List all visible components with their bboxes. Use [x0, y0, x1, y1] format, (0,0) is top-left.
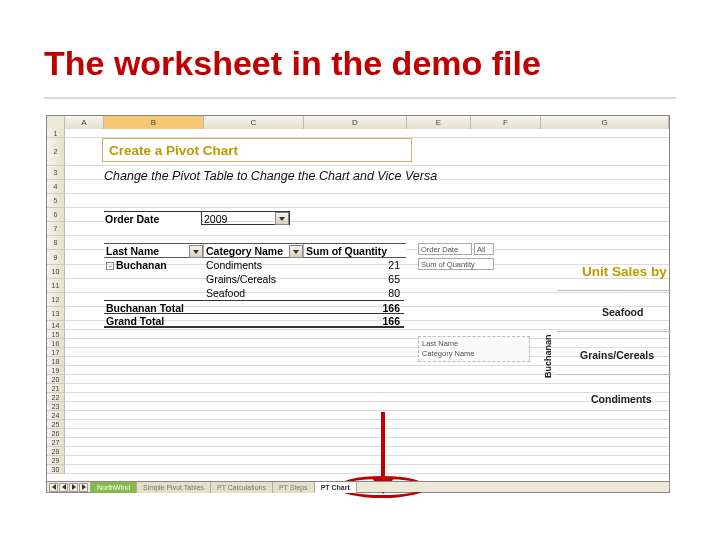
row-header-19[interactable]: 19 [47, 366, 65, 375]
grid-row [65, 348, 669, 357]
row-header-20[interactable]: 20 [47, 375, 65, 384]
sheet-tab-simple[interactable]: Simple Pivot Tables [137, 482, 211, 493]
row-header-13[interactable]: 13 [47, 307, 65, 321]
pivot-filter-label: Order Date [104, 211, 202, 225]
pivot-rowfield-header[interactable]: Last Name [104, 244, 204, 257]
row-header-30[interactable]: 30 [47, 465, 65, 474]
row-header-12[interactable]: 12 [47, 293, 65, 307]
sheet-tabstrip: NorthWind Simple Pivot Tables PT Calcula… [47, 481, 669, 492]
chart-filter-value-upper[interactable]: All [474, 243, 494, 255]
pivot-filter-value: 2009 [204, 213, 227, 225]
row-header-28[interactable]: 28 [47, 447, 65, 456]
tab-nav-last[interactable] [79, 483, 88, 492]
col-header-f[interactable]: F [471, 116, 541, 129]
row-header-11[interactable]: 11 [47, 279, 65, 293]
grid-row [65, 438, 669, 447]
pivot-row-value: 80 [304, 286, 404, 300]
row-header-1[interactable]: 1 [47, 129, 65, 138]
colfield-dropdown-icon[interactable] [289, 245, 303, 258]
row-header-23[interactable]: 23 [47, 402, 65, 411]
pivot-subtotal-value: 166 [304, 301, 404, 313]
row-header-7[interactable]: 7 [47, 222, 65, 236]
col-header-c[interactable]: C [204, 116, 304, 129]
chart-gridline [557, 374, 671, 375]
category-label-condiments: Condiments [591, 393, 652, 405]
chart-gridline [557, 290, 671, 291]
tab-nav-next[interactable] [69, 483, 78, 492]
excel-worksheet: ABCDEFG 12345678910111213141516171819202… [46, 115, 670, 493]
column-header-row: ABCDEFG [47, 116, 669, 129]
pivot-row-category: Condiments [204, 258, 304, 272]
pivot-colfield-label: Category Name [206, 245, 283, 257]
row-header-17[interactable]: 17 [47, 348, 65, 357]
chart-field-lastname: Last Name [422, 339, 526, 349]
pivot-data-row[interactable]: Grains/Cereals65 [104, 272, 404, 286]
annotation-text: Create a Pivot Chart [109, 143, 238, 158]
grid-row [65, 393, 669, 402]
sheet-tab-active[interactable]: PT Chart [315, 482, 357, 493]
row-header-9[interactable]: 9 [47, 250, 65, 265]
pivot-grandtotal-label: Grand Total [104, 314, 204, 326]
pivot-body: −BuchananCondiments21Grains/Cereals65Sea… [104, 258, 404, 328]
pivot-page-filter: Order Date 2009 [104, 211, 290, 225]
row-header-10[interactable]: 10 [47, 265, 65, 279]
grid-row [65, 375, 669, 384]
filter-dropdown-icon[interactable] [275, 212, 289, 225]
col-header-g[interactable]: G [541, 116, 669, 129]
pivot-data-row[interactable]: Seafood80 [104, 286, 404, 300]
row-header-26[interactable]: 26 [47, 429, 65, 438]
tab-nav-first[interactable] [49, 483, 58, 492]
row-header-25[interactable]: 25 [47, 420, 65, 429]
rowfield-dropdown-icon[interactable] [189, 245, 203, 258]
select-all-corner[interactable] [47, 116, 65, 129]
row-header-column: 1234567891011121314151617181920212223242… [47, 129, 65, 474]
chart-field-buttons[interactable]: Last Name Category Name [418, 336, 530, 362]
row-header-2[interactable]: 2 [47, 138, 65, 166]
pivot-valuefield-header: Sum of Quantity [304, 244, 406, 257]
grid-row [65, 465, 669, 474]
row-header-21[interactable]: 21 [47, 384, 65, 393]
annotation-box: Create a Pivot Chart [102, 138, 412, 162]
category-label-grains: Grains/Cereals [580, 349, 654, 361]
grid-row [65, 339, 669, 348]
sheet-tab-data[interactable]: NorthWind [91, 482, 137, 493]
col-header-b[interactable]: B [104, 116, 204, 129]
grid-row [65, 411, 669, 420]
pivot-data-row[interactable]: −BuchananCondiments21 [104, 258, 404, 272]
row-collapse-icon[interactable]: − [106, 262, 114, 270]
row-header-18[interactable]: 18 [47, 357, 65, 366]
row-header-5[interactable]: 5 [47, 194, 65, 208]
col-header-d[interactable]: D [304, 116, 407, 129]
pivot-row-value: 21 [304, 258, 404, 272]
sheet-tab-steps[interactable]: PT Steps [273, 482, 315, 493]
row-header-16[interactable]: 16 [47, 339, 65, 348]
pivot-grandtotal-value: 166 [304, 314, 404, 326]
pivot-row-key: Buchanan [116, 259, 167, 271]
pivot-colfield-header[interactable]: Category Name [204, 244, 304, 257]
sheet-tab-calc[interactable]: PT Calculations [211, 482, 273, 493]
chart-filter-label-upper: Order Date [418, 243, 472, 255]
row-header-22[interactable]: 22 [47, 393, 65, 402]
row-header-6[interactable]: 6 [47, 208, 65, 222]
tab-nav-prev[interactable] [59, 483, 68, 492]
title-separator [44, 97, 676, 99]
grid-row [65, 447, 669, 456]
pivot-filter-value-cell[interactable]: 2009 [202, 211, 290, 225]
pivot-row-category: Seafood [204, 286, 304, 300]
row-header-15[interactable]: 15 [47, 330, 65, 339]
row-header-4[interactable]: 4 [47, 180, 65, 194]
col-header-e[interactable]: E [407, 116, 471, 129]
row-header-14[interactable]: 14 [47, 321, 65, 330]
col-header-a[interactable]: A [65, 116, 104, 129]
grid-row [65, 129, 669, 138]
row-header-8[interactable]: 8 [47, 236, 65, 250]
grid-row [65, 194, 669, 208]
grid-row [65, 384, 669, 393]
row-header-27[interactable]: 27 [47, 438, 65, 447]
pivot-subtotal-label: Buchanan Total [104, 301, 204, 313]
row-header-3[interactable]: 3 [47, 166, 65, 180]
row-header-24[interactable]: 24 [47, 411, 65, 420]
chart-filtercaption-lower: Sum of Quantity [418, 258, 494, 270]
grid-row [65, 420, 669, 429]
row-header-29[interactable]: 29 [47, 456, 65, 465]
